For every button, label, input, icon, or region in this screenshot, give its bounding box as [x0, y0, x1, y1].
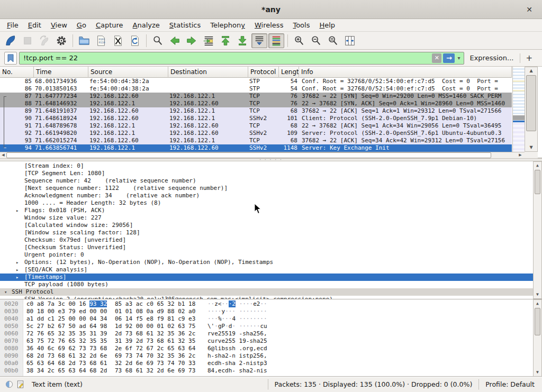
column-header-source[interactable]: Source	[88, 67, 168, 78]
detail-tree-item[interactable]: Acknowledgment number: 34 (relative ack …	[0, 192, 533, 199]
hex-bytes[interactable]: 32 2d 6e 69 73 74 70 33	[115, 360, 195, 367]
packet-row[interactable]: 8568.001734936fe:54:00:d4:38:2aSTP54Conf…	[0, 78, 512, 85]
reload-file-icon[interactable]	[127, 33, 143, 48]
hex-row[interactable]: 0040a1 dd c1 25 00 00 04 3406 14 f5 e8 f…	[0, 315, 533, 323]
hex-selected-bytes[interactable]: 93 32	[89, 300, 107, 307]
detail-tree-item[interactable]: Window size value: 227	[0, 214, 533, 222]
hex-row[interactable]: 003080 18 00 e3 79 ed 00 0001 01 08 0a d…	[0, 308, 533, 315]
scroll-up-icon[interactable]: ▲	[534, 300, 541, 307]
hex-bytes[interactable]: 68 2d 73 68 61 32 2d 6e	[26, 352, 107, 360]
column-header-info[interactable]: Info	[299, 67, 512, 78]
hex-ascii[interactable]: ···%···4 ········	[207, 315, 267, 323]
detail-tree-item[interactable]: TCP payload (1080 bytes)	[0, 281, 533, 288]
menu-item-wireless[interactable]: Wireless	[250, 20, 288, 30]
hex-row[interactable]: 006072 76 65 32 35 35 31 392d 73 68 61 3…	[0, 330, 533, 338]
hex-bytes[interactable]: 38 34 2c 65 63 64 68 2d	[26, 367, 107, 375]
packet-row[interactable]: 9271.661949820192.168.122.1192.168.122.6…	[0, 130, 512, 137]
detail-tree-item[interactable]: ▾SSH Protocol	[0, 288, 533, 296]
colorize-icon[interactable]	[268, 33, 284, 48]
menu-item-file[interactable]: File	[2, 20, 23, 30]
detail-tree-item[interactable]: ▸Options: (12 bytes), No-Operation (NOP)…	[0, 259, 533, 266]
scrollbar-thumb[interactable]	[526, 75, 536, 131]
go-first-icon[interactable]	[218, 33, 233, 48]
expander-expanded-icon[interactable]: ▾	[4, 288, 7, 296]
menu-item-edit[interactable]: Edit	[23, 20, 46, 30]
packet-row[interactable]: 8971.648191037192.168.122.60192.168.122.…	[0, 107, 512, 115]
hex-ascii[interactable]: ecdh-sha 2-nistp3	[207, 360, 267, 367]
hex-row[interactable]: 0020c0 a8 7a 3c 00 16 93 3285 a3 ac c0 6…	[0, 300, 533, 308]
detail-tree-item[interactable]: 1000 .... = Header Length: 32 bytes (8)	[0, 199, 533, 207]
add-filter-button[interactable]: +	[520, 53, 538, 63]
scrollbar-thumb[interactable]	[535, 170, 540, 194]
column-header-length[interactable]: Length	[279, 67, 299, 78]
menu-item-view[interactable]: View	[46, 20, 72, 30]
scrollbar-thumb[interactable]	[535, 308, 540, 335]
scroll-down-icon[interactable]: ▼	[525, 144, 537, 151]
scroll-up-icon[interactable]: ▲	[534, 162, 541, 169]
detail-tree-item[interactable]: ▸Flags: 0x018 (PSH, ACK)	[0, 207, 533, 214]
packet-row[interactable]: 9171.648789678192.168.122.1192.168.122.6…	[0, 122, 512, 130]
column-header-no[interactable]: No.	[0, 67, 34, 78]
hex-bytes[interactable]: 65 63 64 68 2d 73 68 61	[26, 360, 107, 367]
hex-bytes[interactable]: c0 a8 7a 3c 00 16 93 32	[26, 300, 107, 308]
hex-ascii[interactable]: \'·gP·d· ······cu	[207, 323, 267, 330]
hex-row[interactable]: 00a065 63 64 68 2d 73 68 6132 2d 6e 69 7…	[0, 360, 533, 367]
bookmark-icon[interactable]	[4, 52, 17, 65]
scrollbar-thumb[interactable]	[6, 152, 491, 158]
clear-filter-icon[interactable]: ✕	[432, 53, 441, 63]
packet-row[interactable]: 9371.662015274192.168.122.60192.168.122.…	[0, 137, 512, 144]
hex-row[interactable]: 00505c 27 b2 67 50 ad 64 981d 92 00 00 0…	[0, 323, 533, 330]
detail-tree-item[interactable]: ▸[SEQ/ACK analysis]	[0, 266, 533, 274]
hex-bytes[interactable]: 36 40 6c 69 62 73 73 68	[26, 345, 107, 352]
hex-row[interactable]: 00b038 34 2c 65 63 64 68 2d73 68 61 32 2…	[0, 367, 533, 375]
profile-status[interactable]: Profile: Default	[478, 379, 537, 389]
packet-row[interactable]: 8871.648146932192.168.122.1192.168.122.6…	[0, 100, 512, 107]
packet-row[interactable]: 8670.013850163fe:54:00:d4:38:2aSTP54Conf…	[0, 85, 512, 93]
zoom-in-icon[interactable]	[291, 33, 307, 48]
hex-scrollbar[interactable]: ▲ ▼	[533, 299, 542, 376]
filter-input[interactable]: !tcp.port == 22 ✕ → ▾	[19, 52, 464, 65]
expander-collapsed-icon[interactable]: ▸	[16, 259, 19, 266]
hex-bytes[interactable]: 5c 27 b2 67 50 ad 64 98	[26, 323, 107, 330]
detail-tree-item[interactable]: [Next sequence number: 1122 (relative se…	[0, 185, 533, 192]
capture-comment-icon[interactable]	[17, 380, 24, 388]
packet-minimap[interactable]	[512, 67, 525, 152]
filter-dropdown-icon[interactable]: ▾	[455, 55, 462, 61]
hex-bytes[interactable]: 80 18 00 e3 79 ed 00 00	[26, 308, 107, 315]
detail-tree-item[interactable]: ▸[Timestamps]	[0, 274, 533, 281]
hex-bytes[interactable]: 2e 6f 72 67 2c 65 63 64	[115, 345, 195, 352]
hex-row[interactable]: 007063 75 72 76 65 32 35 3531 39 2d 73 6…	[0, 338, 533, 345]
scroll-up-icon[interactable]: ▲	[525, 67, 537, 75]
expander-collapsed-icon[interactable]: ▸	[16, 266, 19, 274]
auto-scroll-icon[interactable]	[251, 33, 267, 48]
hex-ascii[interactable]: curve255 19-sha25	[207, 338, 267, 345]
detail-tree-item[interactable]: [Checksum Status: Unverified]	[0, 244, 533, 251]
capture-options-icon[interactable]	[53, 33, 69, 48]
menu-item-go[interactable]: Go	[72, 20, 91, 30]
expander-collapsed-icon[interactable]: ▸	[16, 274, 19, 281]
column-header-destination[interactable]: Destination	[168, 67, 248, 78]
ascii-selected-chars[interactable]: ·2	[229, 300, 236, 307]
menu-item-telephony[interactable]: Telephony	[205, 20, 250, 30]
go-forward-icon[interactable]	[184, 33, 200, 48]
hex-bytes[interactable]: 31 39 2d 73 68 61 32 35	[115, 338, 195, 345]
hex-row[interactable]: 008036 40 6c 69 62 73 73 682e 6f 72 67 2…	[0, 345, 533, 352]
column-header-protocol[interactable]: Protocol	[248, 67, 279, 78]
menu-item-capture[interactable]: Capture	[91, 20, 128, 30]
hex-bytes[interactable]: 1d 92 00 00 01 02 63 75	[115, 323, 195, 330]
packet-row[interactable]: 8771.647777234192.168.122.60192.168.122.…	[0, 93, 512, 100]
titlebar[interactable]: *any ✕	[0, 0, 542, 19]
start-capture-icon[interactable]	[3, 33, 19, 48]
detail-tree-item[interactable]: [Stream index: 0]	[0, 162, 533, 170]
zoom-out-icon[interactable]	[308, 33, 324, 48]
save-file-icon[interactable]: 01010110	[93, 33, 109, 48]
hex-bytes[interactable]: 72 76 65 32 35 35 31 39	[26, 330, 107, 338]
packet-row[interactable]: 9071.648618924192.168.122.60192.168.122.…	[0, 115, 512, 122]
hex-row[interactable]: 009068 2d 73 68 61 32 2d 6e69 73 74 70 3…	[0, 352, 533, 360]
detail-tree-item[interactable]: Sequence number: 42 (relative sequence n…	[0, 177, 533, 185]
go-to-packet-icon[interactable]	[201, 33, 216, 48]
hex-ascii[interactable]: 6@libssh .org,ecd	[207, 345, 267, 352]
detail-tree-item[interactable]: Urgent pointer: 0	[0, 251, 533, 259]
expander-collapsed-icon[interactable]: ▸	[16, 207, 19, 214]
packet-list-vscrollbar[interactable]: ▲ ▼	[525, 67, 538, 152]
